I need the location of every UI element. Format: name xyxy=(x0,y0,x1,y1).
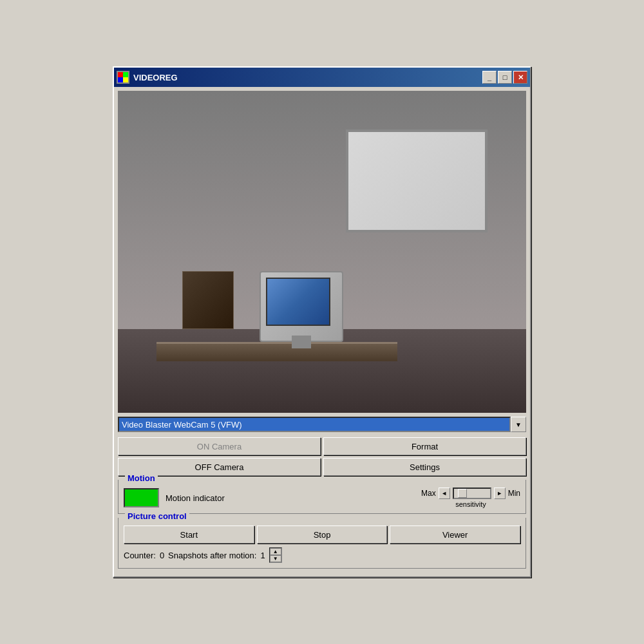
minimize-button[interactable]: _ xyxy=(482,71,497,84)
monitor-stand xyxy=(292,336,311,348)
max-label: Max xyxy=(421,489,436,498)
monitor-screen-content xyxy=(267,279,329,325)
viewer-button[interactable]: Viewer xyxy=(390,526,520,544)
motion-section: Motion Motion indicator Max ◄ ► Min sens… xyxy=(118,480,526,514)
snapshots-spinbox[interactable]: ▲ ▼ xyxy=(269,547,282,563)
motion-section-label: Motion xyxy=(125,473,158,483)
start-button[interactable]: Start xyxy=(124,526,254,544)
sensitivity-thumb[interactable] xyxy=(458,489,467,498)
motion-indicator-light xyxy=(124,488,159,507)
format-button[interactable]: Format xyxy=(323,437,526,455)
window-content: Video Blaster WebCam 5 (VFW) ▼ ON Camera… xyxy=(114,87,530,576)
on-camera-button[interactable]: ON Camera xyxy=(118,437,321,455)
counter-label: Counter: xyxy=(124,551,156,560)
svg-rect-3 xyxy=(123,77,128,82)
desk xyxy=(156,342,397,361)
sensitivity-text: sensitivity xyxy=(455,500,486,508)
motion-row: Motion indicator Max ◄ ► Min sensitivity xyxy=(124,485,520,508)
camera-select[interactable]: Video Blaster WebCam 5 (VFW) xyxy=(118,417,511,432)
sensitivity-track[interactable] xyxy=(453,488,491,499)
picture-control-section: Picture control Start Stop Viewer Counte… xyxy=(118,518,526,569)
settings-button[interactable]: Settings xyxy=(323,458,526,476)
min-label: Min xyxy=(508,489,520,498)
svg-rect-1 xyxy=(123,72,128,77)
window-controls: _ □ ✕ xyxy=(482,71,527,84)
video-display xyxy=(118,91,526,413)
motion-indicator-text: Motion indicator xyxy=(166,493,225,503)
sensitivity-control: Max ◄ ► Min sensitivity xyxy=(421,488,520,508)
window-title: VIDEOREG xyxy=(133,73,482,82)
picture-control-label: Picture control xyxy=(125,511,189,521)
camera-buttons-row: ON Camera OFF Camera Format Settings xyxy=(118,437,526,476)
sensitivity-left-button[interactable]: ◄ xyxy=(439,488,450,499)
whiteboard xyxy=(346,129,488,232)
counter-row: Counter: 0 Snapshots after motion: 1 ▲ ▼ xyxy=(124,547,520,563)
sensitivity-row: Max ◄ ► Min xyxy=(421,488,520,499)
stop-button[interactable]: Stop xyxy=(257,526,388,544)
spin-down-button[interactable]: ▼ xyxy=(270,555,281,562)
svg-rect-0 xyxy=(118,72,123,77)
camera-dropdown-row: Video Blaster WebCam 5 (VFW) ▼ xyxy=(118,417,526,432)
title-bar: VIDEOREG _ □ ✕ xyxy=(114,68,530,87)
snapshots-label: Snapshots after motion: xyxy=(168,551,256,560)
close-button[interactable]: ✕ xyxy=(513,71,527,84)
dark-box xyxy=(182,271,234,329)
camera-right-buttons: Format Settings xyxy=(323,437,526,476)
monitor-screen xyxy=(266,278,330,326)
main-window: VIDEOREG _ □ ✕ V xyxy=(113,66,531,578)
spin-up-button[interactable]: ▲ xyxy=(270,548,281,555)
svg-rect-2 xyxy=(118,77,123,82)
dropdown-arrow-button[interactable]: ▼ xyxy=(511,417,526,432)
maximize-button[interactable]: □ xyxy=(498,71,512,84)
picture-control-row: Start Stop Viewer xyxy=(124,523,520,544)
sensitivity-right-button[interactable]: ► xyxy=(494,488,506,499)
counter-value: 0 xyxy=(160,551,164,560)
monitor-body xyxy=(260,271,343,342)
app-icon xyxy=(117,71,129,84)
camera-left-buttons: ON Camera OFF Camera xyxy=(118,437,321,476)
snapshots-value: 1 xyxy=(260,551,265,560)
